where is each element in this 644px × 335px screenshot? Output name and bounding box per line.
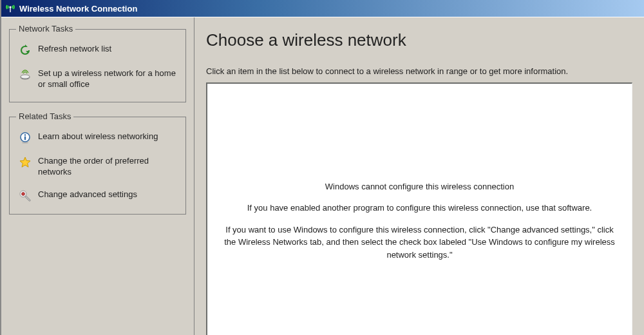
group-legend: Related Tasks	[16, 111, 73, 121]
title-bar: Wireless Network Connection	[1, 0, 644, 17]
window: Wireless Network Connection Network Task…	[0, 0, 644, 335]
change-order-link[interactable]: Change the order of preferred networks	[19, 156, 176, 178]
setup-wireless-network-link[interactable]: Set up a wireless network for a home or …	[19, 68, 176, 90]
task-label: Learn about wireless networking	[38, 131, 158, 142]
tasks-sidebar: Network Tasks Refresh network list	[1, 17, 194, 335]
task-label: Refresh network list	[38, 44, 111, 55]
info-icon	[19, 131, 32, 144]
svg-rect-9	[24, 136, 26, 140]
wireless-antenna-icon	[5, 3, 15, 14]
page-heading: Choose a wireless network	[206, 30, 632, 50]
learn-wireless-link[interactable]: Learn about wireless networking	[19, 131, 176, 144]
main-panel: Choose a wireless network Click an item …	[194, 17, 644, 335]
message-line2: If you have enabled another program to c…	[220, 202, 619, 215]
change-advanced-settings-link[interactable]: Change advanced settings	[19, 189, 176, 202]
task-label: Set up a wireless network for a home or …	[38, 68, 176, 90]
app-body: Network Tasks Refresh network list	[1, 17, 644, 335]
message-line3: If you want to use Windows to configure …	[220, 224, 619, 262]
task-label: Change advanced settings	[38, 189, 137, 200]
network-tasks-group: Network Tasks Refresh network list	[9, 29, 186, 102]
wrench-settings-icon	[19, 189, 32, 202]
svg-marker-10	[20, 157, 30, 167]
refresh-network-list-link[interactable]: Refresh network list	[19, 44, 176, 57]
wireless-base-icon	[19, 68, 32, 81]
window-title: Wireless Network Connection	[19, 4, 137, 14]
svg-point-8	[24, 134, 26, 136]
svg-point-12	[22, 192, 25, 195]
related-tasks-group: Related Tasks Learn about wireless netwo…	[9, 117, 186, 215]
refresh-icon	[19, 44, 32, 57]
task-label: Change the order of preferred networks	[38, 156, 176, 178]
group-legend: Network Tasks	[16, 24, 75, 34]
star-icon	[19, 156, 32, 169]
instruction-text: Click an item in the list below to conne…	[206, 66, 632, 77]
message-line1: Windows cannot configure this wireless c…	[220, 180, 619, 193]
svg-marker-2	[25, 44, 28, 47]
network-list-pane: Windows cannot configure this wireless c…	[206, 82, 632, 335]
svg-point-5	[21, 75, 30, 79]
svg-rect-1	[10, 8, 10, 12]
